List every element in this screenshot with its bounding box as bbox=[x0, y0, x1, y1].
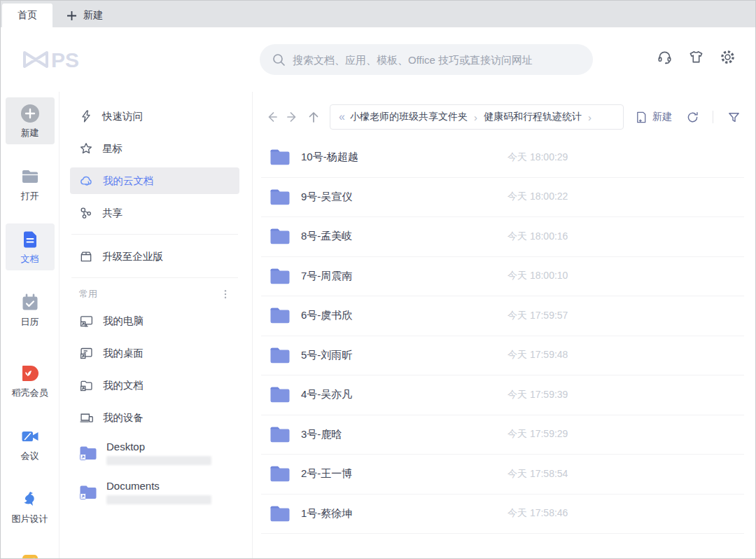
refresh-button[interactable] bbox=[682, 106, 703, 127]
settings-gear-icon[interactable] bbox=[719, 48, 736, 65]
sidebar-item-my-desktop[interactable]: 我的桌面 bbox=[70, 340, 239, 366]
rail-label: 打开 bbox=[21, 190, 39, 202]
rail-label: 会议 bbox=[21, 450, 39, 462]
rail-item-docs[interactable]: 文档 bbox=[6, 223, 55, 270]
chevron-right-icon: › bbox=[588, 111, 592, 123]
sidebar-item-label: 星标 bbox=[102, 142, 122, 156]
more-dots-icon[interactable] bbox=[220, 289, 230, 299]
sidebar-item-shared[interactable]: 共享 bbox=[70, 200, 239, 226]
sidebar-folder-desktop[interactable]: Desktop bbox=[70, 436, 239, 469]
breadcrumb[interactable]: « 小檬老师的班级共享文件夹 › 健康码和行程轨迹统计 › bbox=[330, 104, 624, 130]
file-row[interactable]: 2号-王一博 今天 17:58:54 bbox=[261, 455, 744, 495]
sidebar-item-label: 升级至企业版 bbox=[102, 250, 163, 263]
file-row[interactable]: 3号-鹿晗 今天 17:59:29 bbox=[261, 415, 744, 455]
docs-sidebar: 快速访问 星标 我的云文档 bbox=[59, 92, 253, 558]
main-panel: « 小檬老师的班级共享文件夹 › 健康码和行程轨迹统计 › bbox=[253, 92, 755, 558]
search-input[interactable] bbox=[293, 54, 580, 66]
rail-item-new[interactable]: 新建 bbox=[6, 97, 55, 144]
plus-icon bbox=[66, 11, 77, 21]
chevron-right-icon: › bbox=[474, 111, 477, 123]
file-time: 今天 17:59:48 bbox=[507, 349, 568, 361]
docer-member-icon bbox=[20, 364, 40, 383]
file-toolbar: « 小檬老师的班级共享文件夹 › 健康码和行程轨迹统计 › bbox=[261, 102, 744, 132]
back-button[interactable] bbox=[261, 106, 282, 127]
breadcrumb-item[interactable]: 健康码和行程轨迹统计 bbox=[484, 111, 582, 123]
wps-home-window: 首页 新建 PS bbox=[0, 0, 756, 559]
folder-icon bbox=[270, 505, 290, 523]
headset-icon[interactable] bbox=[656, 48, 673, 65]
sidebar-item-cloud-docs[interactable]: 我的云文档 bbox=[70, 167, 239, 194]
folder-icon bbox=[270, 347, 290, 364]
calendar-icon bbox=[20, 293, 40, 312]
file-name: 4号-吴亦凡 bbox=[301, 388, 507, 401]
new-plus-icon bbox=[20, 104, 40, 123]
rail-label: 稻壳会员 bbox=[12, 387, 48, 399]
folder-entry-label: Desktop bbox=[106, 441, 211, 453]
rail-item-calendar[interactable]: 日历 bbox=[6, 287, 55, 333]
file-name: 10号-杨超越 bbox=[301, 151, 507, 164]
rail-item-meeting[interactable]: 会议 bbox=[6, 420, 55, 467]
folder-icon bbox=[270, 228, 290, 245]
filter-button[interactable] bbox=[723, 106, 744, 127]
open-folder-icon bbox=[20, 167, 40, 186]
file-time: 今天 17:59:29 bbox=[507, 428, 568, 441]
file-row[interactable]: 6号-虞书欣 今天 17:59:57 bbox=[261, 296, 744, 336]
forward-button[interactable] bbox=[282, 106, 303, 127]
sidebar-divider bbox=[71, 277, 238, 278]
file-name: 3号-鹿晗 bbox=[301, 428, 507, 441]
cloud-icon bbox=[79, 174, 94, 188]
rail-item-design[interactable]: 图片设计 bbox=[6, 483, 55, 530]
file-row[interactable]: 7号-周震南 今天 18:00:10 bbox=[261, 257, 744, 297]
file-time: 今天 17:58:46 bbox=[507, 507, 568, 520]
my-documents-icon bbox=[79, 378, 94, 393]
file-row[interactable]: 8号-孟美岐 今天 18:00:16 bbox=[261, 217, 744, 257]
tab-home[interactable]: 首页 bbox=[2, 4, 52, 27]
file-time: 今天 17:59:57 bbox=[507, 310, 568, 322]
rail-label: 图片设计 bbox=[12, 513, 48, 525]
sidebar-folder-documents[interactable]: Documents bbox=[70, 476, 239, 509]
file-row[interactable]: 9号-吴宣仪 今天 18:00:22 bbox=[261, 178, 744, 218]
new-tab-button[interactable]: 新建 bbox=[52, 4, 117, 27]
file-name: 8号-孟美岐 bbox=[301, 230, 507, 243]
breadcrumb-item[interactable]: 小檬老师的班级共享文件夹 bbox=[350, 111, 468, 123]
rail-item-docer[interactable]: 稻壳会员 bbox=[6, 357, 55, 404]
file-time: 今天 18:00:22 bbox=[507, 191, 568, 203]
sidebar-item-upgrade-enterprise[interactable]: 升级至企业版 bbox=[70, 243, 239, 270]
folder-icon bbox=[270, 268, 290, 285]
folder-entry-label: Documents bbox=[106, 480, 211, 492]
toolbar-actions: 新建 bbox=[635, 106, 744, 127]
rail-item-notes[interactable]: WPS便签 bbox=[6, 546, 55, 559]
sidebar-item-quick-access[interactable]: 快速访问 bbox=[70, 103, 239, 130]
folder-icon bbox=[270, 149, 290, 166]
sidebar-item-my-documents[interactable]: 我的文档 bbox=[70, 372, 239, 399]
file-row[interactable]: 4号-吴亦凡 今天 17:59:39 bbox=[261, 375, 744, 415]
header-icons bbox=[656, 48, 736, 65]
file-row[interactable]: 5号-刘雨昕 今天 17:59:48 bbox=[261, 336, 744, 376]
header: PS bbox=[1, 27, 755, 92]
skin-icon[interactable] bbox=[687, 48, 704, 65]
app-rail: 新建 打开 文档 bbox=[1, 92, 59, 558]
document-icon bbox=[20, 230, 40, 249]
sidebar-item-my-computer[interactable]: 我的电脑 bbox=[70, 308, 239, 334]
svg-text:PS: PS bbox=[51, 48, 79, 71]
search-bar[interactable] bbox=[260, 44, 593, 75]
wps-logo-icon: PS bbox=[22, 46, 86, 74]
sidebar-item-label: 我的云文档 bbox=[103, 174, 154, 188]
my-devices-icon bbox=[79, 410, 94, 425]
file-row[interactable]: 1号-蔡徐坤 今天 17:58:46 bbox=[261, 495, 744, 534]
enterprise-box-icon bbox=[79, 249, 93, 263]
pigeon-design-icon bbox=[20, 490, 40, 509]
rail-label: 新建 bbox=[21, 127, 39, 139]
folder-icon bbox=[270, 426, 290, 443]
collapse-breadcrumb-icon[interactable]: « bbox=[339, 111, 344, 123]
shortcut-folder-icon bbox=[79, 445, 97, 462]
rail-item-open[interactable]: 打开 bbox=[6, 160, 55, 207]
star-icon bbox=[79, 142, 93, 156]
sidebar-item-my-devices[interactable]: 我的设备 bbox=[70, 404, 239, 431]
new-file-button[interactable]: 新建 bbox=[635, 111, 672, 124]
sidebar-item-starred[interactable]: 星标 bbox=[70, 135, 239, 162]
sidebar-item-label: 我的电脑 bbox=[103, 315, 144, 328]
tab-home-label: 首页 bbox=[18, 9, 37, 22]
up-button[interactable] bbox=[303, 106, 324, 127]
file-row[interactable]: 10号-杨超越 今天 18:00:29 bbox=[261, 138, 744, 178]
